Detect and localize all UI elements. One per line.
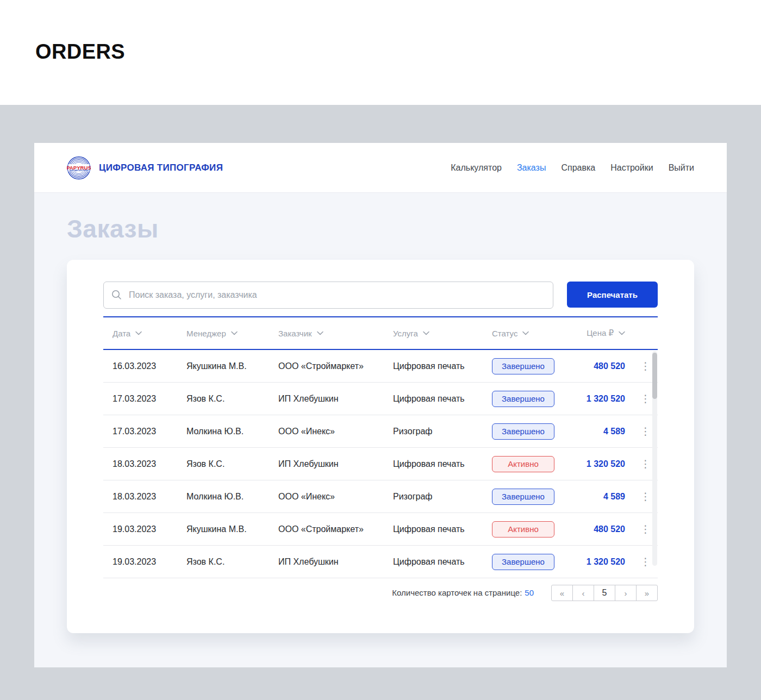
app-header: PAPYRUS ЦИФРОВАЯ ТИПОГРАФИЯ ЦИФРОВАЯ ТИП… xyxy=(34,143,727,193)
page-title: ORDERS xyxy=(35,40,125,64)
order-manager: Язов К.С. xyxy=(186,394,278,404)
status-badge: Завершено xyxy=(492,391,554,407)
print-button[interactable]: Распечатать xyxy=(567,282,658,308)
order-service: Цифровая печать xyxy=(393,459,492,469)
brand[interactable]: PAPYRUS ЦИФРОВАЯ ТИПОГРАФИЯ ЦИФРОВАЯ ТИП… xyxy=(67,156,223,180)
chevron-down-icon xyxy=(522,331,529,335)
brand-name: ЦИФРОВАЯ ТИПОГРАФИЯ xyxy=(99,162,223,173)
per-page-label: Количество карточек на странице: xyxy=(392,588,522,597)
chevron-down-icon xyxy=(619,331,625,335)
order-client: ООО «Инекс» xyxy=(278,492,393,502)
status-badge: Завершено xyxy=(492,423,554,440)
order-date: 16.03.2023 xyxy=(103,361,186,371)
order-service: Ризограф xyxy=(393,427,492,436)
nav-item-help[interactable]: Справка xyxy=(561,163,595,173)
order-manager: Молкина Ю.В. xyxy=(186,427,278,436)
status-badge: Активно xyxy=(492,521,554,538)
column-header-service[interactable]: Услуга xyxy=(393,329,492,338)
table-row[interactable]: 17.03.2023 Язов К.С. ИП Хлебушкин Цифров… xyxy=(103,383,658,415)
table-row[interactable]: 18.03.2023 Молкина Ю.В. ООО «Инекс» Ризо… xyxy=(103,480,658,513)
column-header-status[interactable]: Статус xyxy=(492,329,571,338)
nav-item-logout[interactable]: Выйти xyxy=(669,163,694,173)
order-service: Ризограф xyxy=(393,492,492,502)
per-page-value[interactable]: 50 xyxy=(525,588,534,597)
svg-text:ЦИФРОВАЯ ТИПОГРАФИЯ: ЦИФРОВАЯ ТИПОГРАФИЯ xyxy=(69,170,88,172)
status-badge: Завершено xyxy=(492,489,554,505)
order-date: 19.03.2023 xyxy=(103,524,186,534)
order-date: 18.03.2023 xyxy=(103,459,186,469)
kebab-menu-icon[interactable]: ⋮ xyxy=(637,392,654,405)
order-manager: Якушкина М.В. xyxy=(186,361,278,371)
kebab-menu-icon[interactable]: ⋮ xyxy=(637,360,654,372)
order-date: 17.03.2023 xyxy=(103,394,186,404)
page-heading: Заказы xyxy=(67,214,159,243)
kebab-menu-icon[interactable]: ⋮ xyxy=(637,523,654,535)
chevron-down-icon xyxy=(423,331,429,335)
order-price: 1 320 520 xyxy=(571,394,633,404)
order-client: ООО «Инекс» xyxy=(278,427,393,436)
column-header-manager[interactable]: Менеджер xyxy=(186,329,278,338)
nav-item-calculator[interactable]: Калькулятор xyxy=(451,163,502,173)
status-badge: Завершено xyxy=(492,358,554,374)
order-client: ИП Хлебушкин xyxy=(278,557,393,567)
orders-table: Дата Менеджер Заказчик Услуга xyxy=(103,316,658,578)
kebab-menu-icon[interactable]: ⋮ xyxy=(637,490,654,503)
pagination-next-button[interactable]: › xyxy=(615,585,636,601)
order-client: ИП Хлебушкин xyxy=(278,394,393,404)
order-price: 480 520 xyxy=(571,524,633,534)
order-price: 4 589 xyxy=(571,427,633,436)
table-row[interactable]: 17.03.2023 Молкина Ю.В. ООО «Инекс» Ризо… xyxy=(103,415,658,448)
order-price: 480 520 xyxy=(571,361,633,371)
order-price: 1 320 520 xyxy=(571,459,633,469)
column-header-date[interactable]: Дата xyxy=(103,329,186,338)
table-scrollbar[interactable] xyxy=(652,351,657,566)
main-nav: Калькулятор Заказы Справка Настройки Вый… xyxy=(451,163,694,173)
order-service: Цифровая печать xyxy=(393,361,492,371)
nav-item-orders[interactable]: Заказы xyxy=(517,163,546,173)
order-manager: Язов К.С. xyxy=(186,459,278,469)
order-manager: Язов К.С. xyxy=(186,557,278,567)
per-page-control: Количество карточек на странице:50 xyxy=(392,588,534,597)
svg-text:PAPYRUS: PAPYRUS xyxy=(67,164,91,170)
app-window: PAPYRUS ЦИФРОВАЯ ТИПОГРАФИЯ ЦИФРОВАЯ ТИП… xyxy=(34,143,727,667)
chevron-down-icon xyxy=(135,331,142,335)
order-client: ООО «Строймаркет» xyxy=(278,524,393,534)
pagination-prev-button[interactable]: ‹ xyxy=(572,585,594,601)
kebab-menu-icon[interactable]: ⋮ xyxy=(637,425,654,438)
order-client: ИП Хлебушкин xyxy=(278,459,393,469)
table-row[interactable]: 19.03.2023 Якушкина М.В. ООО «Строймарке… xyxy=(103,513,658,546)
order-manager: Молкина Ю.В. xyxy=(186,492,278,502)
kebab-menu-icon[interactable]: ⋮ xyxy=(637,555,654,568)
chevron-down-icon xyxy=(317,331,323,335)
order-service: Цифровая печать xyxy=(393,524,492,534)
order-date: 17.03.2023 xyxy=(103,427,186,436)
pagination-first-button[interactable]: « xyxy=(552,585,572,601)
pagination-last-button[interactable]: » xyxy=(636,585,657,601)
table-header-row: Дата Менеджер Заказчик Услуга xyxy=(103,316,658,350)
order-client: ООО «Строймаркет» xyxy=(278,361,393,371)
order-price: 4 589 xyxy=(571,492,633,502)
search-wrap xyxy=(103,282,553,309)
pagination: « ‹ 5 › » xyxy=(551,585,658,601)
order-manager: Якушкина М.В. xyxy=(186,524,278,534)
content-area: Заказы Распечатать Дата Менеджер xyxy=(34,193,727,667)
status-badge: Завершено xyxy=(492,554,554,570)
column-header-client[interactable]: Заказчик xyxy=(278,329,393,338)
table-row[interactable]: 18.03.2023 Язов К.С. ИП Хлебушкин Цифров… xyxy=(103,448,658,480)
order-service: Цифровая печать xyxy=(393,557,492,567)
kebab-menu-icon[interactable]: ⋮ xyxy=(637,458,654,470)
pagination-current-page[interactable]: 5 xyxy=(594,585,615,601)
table-row[interactable]: 16.03.2023 Якушкина М.В. ООО «Строймарке… xyxy=(103,350,658,383)
nav-item-settings[interactable]: Настройки xyxy=(610,163,653,173)
chevron-down-icon xyxy=(231,331,238,335)
orders-card: Распечатать Дата Менеджер Заказчик xyxy=(67,260,694,633)
status-badge: Активно xyxy=(492,456,554,472)
column-header-price[interactable]: Цена ₽ xyxy=(571,328,633,338)
order-price: 1 320 520 xyxy=(571,557,633,567)
order-service: Цифровая печать xyxy=(393,394,492,404)
papyrus-logo-icon: PAPYRUS ЦИФРОВАЯ ТИПОГРАФИЯ xyxy=(67,156,91,180)
top-strip: ORDERS xyxy=(0,0,761,105)
table-row[interactable]: 19.03.2023 Язов К.С. ИП Хлебушкин Цифров… xyxy=(103,546,658,578)
search-input[interactable] xyxy=(103,282,553,309)
scrollbar-thumb[interactable] xyxy=(652,353,657,399)
